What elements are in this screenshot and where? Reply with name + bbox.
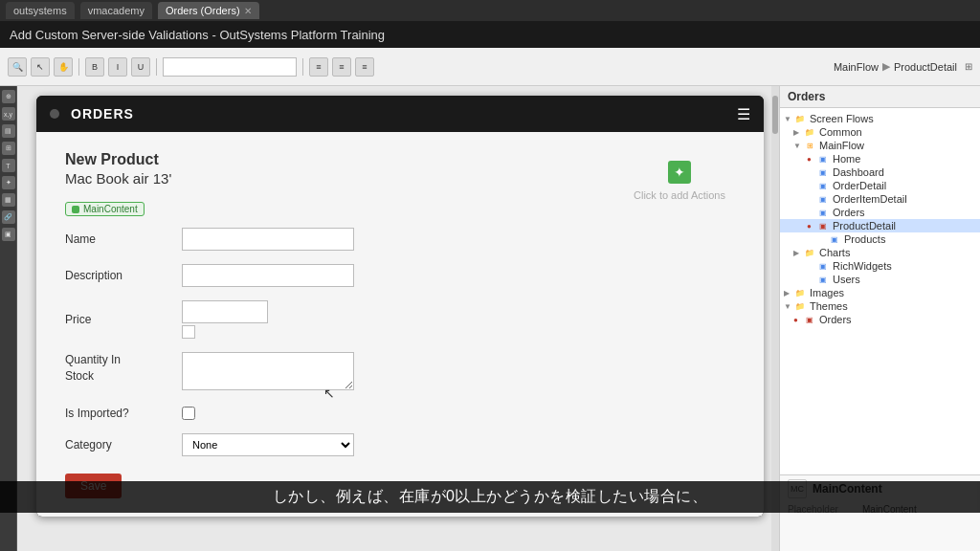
tree-item-productdetail[interactable]: ● ▣ ProductDetail <box>780 219 980 232</box>
panel-icon-8[interactable]: 🔗 <box>2 210 15 224</box>
tree-item-screen-flows[interactable]: ▼ 📁 Screen Flows <box>780 112 980 125</box>
close-icon[interactable]: ✕ <box>244 6 252 16</box>
tree-label: Images <box>810 287 844 298</box>
subtitle-text: しかし、例えば、在庫が0以上かどうかを検証したい場合に、 <box>273 488 708 504</box>
tree-label: Products <box>844 233 885 245</box>
screen-icon: ▣ <box>816 260 830 272</box>
tab-outsystems-label: outsystems <box>13 5 67 16</box>
tab-outsystems[interactable]: outsystems <box>6 2 75 19</box>
form-row-price: Price <box>65 300 735 339</box>
price-checkbox[interactable] <box>182 325 195 339</box>
tool-btn-italic[interactable]: I <box>108 57 127 77</box>
tree-label: Screen Flows <box>810 113 874 124</box>
panel-icon-1[interactable]: ⊕ <box>2 90 15 103</box>
field-label-name: Name <box>65 232 170 246</box>
panel-icon-6[interactable]: ✦ <box>2 176 15 189</box>
folder-icon: 📁 <box>793 113 807 124</box>
tree-label: Orders <box>819 314 852 325</box>
browser-tabs-bar: outsystems vmacademy Orders (Orders) ✕ <box>0 0 980 21</box>
tree-item-orders[interactable]: ▣ Orders <box>780 206 980 219</box>
hamburger-icon[interactable]: ☰ <box>737 105 750 123</box>
name-input[interactable] <box>182 228 354 251</box>
panel-icon-xy[interactable]: x,y <box>2 107 15 121</box>
field-label-price: Price <box>65 313 170 326</box>
tab-vmacademy-label: vmacademy <box>88 5 145 16</box>
panel-icon-7[interactable]: ▦ <box>2 193 15 207</box>
toolbar-text-input[interactable] <box>163 57 297 77</box>
tool-btn-align-left[interactable]: ≡ <box>309 57 328 77</box>
screen-icon: ▣ <box>816 220 830 231</box>
form-row-description: Description <box>65 264 735 287</box>
tool-btn-align-center[interactable]: ≡ <box>332 57 351 77</box>
tree-label: OrderItemDetail <box>833 193 907 205</box>
screen-icon: ▣ <box>816 166 830 178</box>
tool-btn-bold[interactable]: B <box>85 57 104 77</box>
top-toolbar: 🔍 ↖ ✋ B I U ≡ ≡ ≡ MainFlow ▶ ProductDeta… <box>0 48 980 86</box>
category-select[interactable]: None <box>182 433 354 456</box>
tree-label: RichWidgets <box>833 260 892 272</box>
imported-checkbox[interactable] <box>182 407 195 420</box>
badge-label: MainContent <box>83 204 138 214</box>
actions-placeholder: ✦ Click to add Actions <box>634 161 725 201</box>
tool-btn-align-right[interactable]: ≡ <box>355 57 374 77</box>
price-input[interactable] <box>182 300 268 323</box>
tree-label: Users <box>833 274 860 285</box>
folder-icon: 📁 <box>793 287 807 298</box>
tab-orders-label: Orders (Orders) <box>166 5 240 16</box>
title-bar: Add Custom Server-side Validations - Out… <box>0 21 980 48</box>
panel-icon-5[interactable]: T <box>2 159 15 172</box>
tree-item-richwidgets[interactable]: ▣ RichWidgets <box>780 259 980 273</box>
actions-placeholder-text[interactable]: Click to add Actions <box>634 189 725 201</box>
screen-icon: ▣ <box>816 193 830 205</box>
subtitle-overlay: しかし、例えば、在庫が0以上かどうかを検証したい場合に、 <box>0 481 980 513</box>
tool-btn-underline[interactable]: U <box>131 57 150 77</box>
tree-panel-header: Orders <box>780 86 980 108</box>
tree-item-orders-themes[interactable]: ● ▣ Orders <box>780 313 980 326</box>
panel-icon-3[interactable]: ▤ <box>2 124 15 138</box>
quantity-input[interactable] <box>182 352 354 390</box>
breadcrumb-page: ProductDetail <box>894 61 957 73</box>
tool-btn-search[interactable]: 🔍 <box>8 57 27 77</box>
tool-btn-cursor[interactable]: ↖ <box>31 57 50 77</box>
tool-btn-hand[interactable]: ✋ <box>54 57 73 77</box>
screen-icon: ▣ <box>816 274 830 285</box>
field-label-quantity: Quantity InStock <box>65 352 170 385</box>
breadcrumb-arrow: ▶ <box>882 60 890 73</box>
folder-icon: 📁 <box>803 126 816 138</box>
tree-item-dashboard[interactable]: ▣ Dashboard <box>780 165 980 179</box>
phone-title: ORDERS <box>71 106 134 121</box>
tree-item-images[interactable]: ▶ 📁 Images <box>780 286 980 299</box>
panel-icon-9[interactable]: ▣ <box>2 228 15 241</box>
tree-label: Dashboard <box>833 166 884 178</box>
tree-item-themes[interactable]: ▼ 📁 Themes <box>780 299 980 313</box>
screen-icon: ▣ <box>828 233 841 245</box>
canvas-scrollbar-thumb[interactable] <box>772 96 778 134</box>
tree-item-orderdetail[interactable]: ▣ OrderDetail <box>780 179 980 192</box>
tree-item-charts[interactable]: ▶ 📁 Charts <box>780 246 980 259</box>
tree-item-orderitemdetail[interactable]: ▣ OrderItemDetail <box>780 192 980 206</box>
toolbar-separator-1 <box>78 58 79 76</box>
toolbar-separator-3 <box>302 58 303 76</box>
folder-icon: 📁 <box>793 300 807 312</box>
form-row-category: Category None <box>65 433 735 456</box>
tree-item-home[interactable]: ● ▣ Home <box>780 152 980 165</box>
tab-vmacademy[interactable]: vmacademy <box>80 2 152 19</box>
screen-icon: ▣ <box>816 153 830 165</box>
tree-item-mainflow[interactable]: ▼ ⊞ MainFlow <box>780 139 980 152</box>
tree-label: Orders <box>833 207 865 218</box>
panel-icon-4[interactable]: ⊞ <box>2 142 15 155</box>
tree-label: Themes <box>810 300 848 312</box>
tree-item-common[interactable]: ▶ 📁 Common <box>780 125 980 139</box>
breadcrumb: MainFlow ▶ ProductDetail ⊞ <box>834 60 972 73</box>
phone-content: New Product Mac Book air 13' MainContent… <box>36 132 764 517</box>
badge-dot-icon <box>72 206 79 213</box>
tab-orders[interactable]: Orders (Orders) ✕ <box>158 2 259 19</box>
tree-item-products[interactable]: ▣ Products <box>780 232 980 246</box>
description-input[interactable] <box>182 264 354 287</box>
expand-icon[interactable]: ⊞ <box>965 61 972 72</box>
tree-item-users[interactable]: ▣ Users <box>780 273 980 286</box>
tree-label: Common <box>819 126 862 138</box>
tree-area: ▼ 📁 Screen Flows ▶ 📁 Common ▼ ⊞ MainFlow <box>780 108 980 474</box>
main-content-badge[interactable]: MainContent <box>65 202 145 216</box>
mouse-cursor-icon: ↖ <box>323 386 335 401</box>
